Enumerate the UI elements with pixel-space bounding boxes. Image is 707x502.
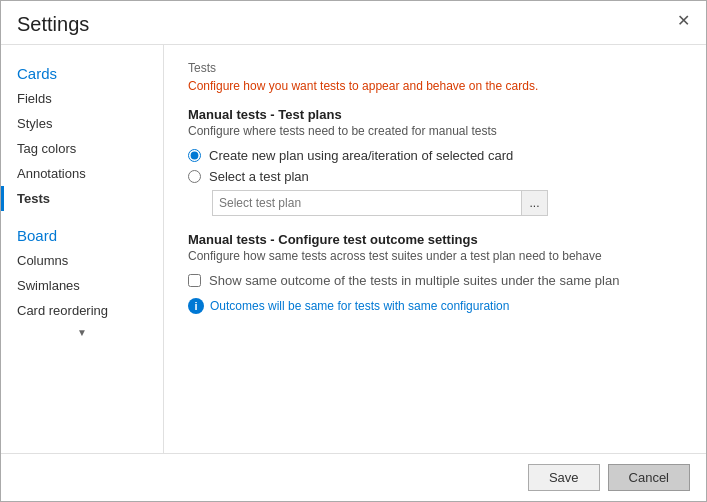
info-text: Outcomes will be same for tests with sam… <box>210 299 509 313</box>
sidebar-item-fields[interactable]: Fields <box>1 86 163 111</box>
sidebar-item-columns[interactable]: Columns <box>1 248 163 273</box>
radio-group-test-plan: Create new plan using area/iteration of … <box>188 148 682 184</box>
test-plan-input[interactable] <box>212 190 522 216</box>
sidebar-item-styles[interactable]: Styles <box>1 111 163 136</box>
radio-new-plan[interactable] <box>188 149 201 162</box>
section-label: Tests <box>188 61 682 75</box>
manual-tests-title: Manual tests - Test plans <box>188 107 682 122</box>
sidebar-item-annotations[interactable]: Annotations <box>1 161 163 186</box>
sidebar-item-tag-colors[interactable]: Tag colors <box>1 136 163 161</box>
title-bar: Settings ✕ <box>1 1 706 44</box>
scroll-down-indicator: ▼ <box>1 323 163 342</box>
dialog-title: Settings <box>17 13 89 36</box>
radio-item-select-plan: Select a test plan <box>188 169 682 184</box>
close-button[interactable]: ✕ <box>673 11 694 31</box>
settings-dialog: Settings ✕ Cards Fields Styles Tag color… <box>0 0 707 502</box>
sidebar-item-card-reordering[interactable]: Card reordering <box>1 298 163 323</box>
sidebar-item-tests[interactable]: Tests <box>1 186 163 211</box>
configure-desc: Configure how same tests across test sui… <box>188 249 682 263</box>
manual-tests-desc: Configure where tests need to be created… <box>188 124 682 138</box>
configure-title: Manual tests - Configure test outcome se… <box>188 232 682 247</box>
dialog-footer: Save Cancel <box>1 453 706 501</box>
dialog-body: Cards Fields Styles Tag colors Annotatio… <box>1 44 706 453</box>
radio-select-plan[interactable] <box>188 170 201 183</box>
test-plan-browse-button[interactable]: ... <box>522 190 548 216</box>
main-content: Tests Configure how you want tests to ap… <box>164 45 706 453</box>
sidebar-section-board: Board <box>1 211 163 248</box>
same-outcome-checkbox[interactable] <box>188 274 201 287</box>
info-icon: i <box>188 298 204 314</box>
sidebar: Cards Fields Styles Tag colors Annotatio… <box>1 45 164 453</box>
save-button[interactable]: Save <box>528 464 600 491</box>
sidebar-section-cards: Cards <box>1 57 163 86</box>
sidebar-item-swimlanes[interactable]: Swimlanes <box>1 273 163 298</box>
same-outcome-label: Show same outcome of the tests in multip… <box>209 273 619 288</box>
cancel-button[interactable]: Cancel <box>608 464 690 491</box>
test-plan-row: ... <box>212 190 682 216</box>
section-desc: Configure how you want tests to appear a… <box>188 79 682 93</box>
checkbox-row: Show same outcome of the tests in multip… <box>188 273 682 288</box>
radio-item-new-plan: Create new plan using area/iteration of … <box>188 148 682 163</box>
info-row: i Outcomes will be same for tests with s… <box>188 298 682 314</box>
